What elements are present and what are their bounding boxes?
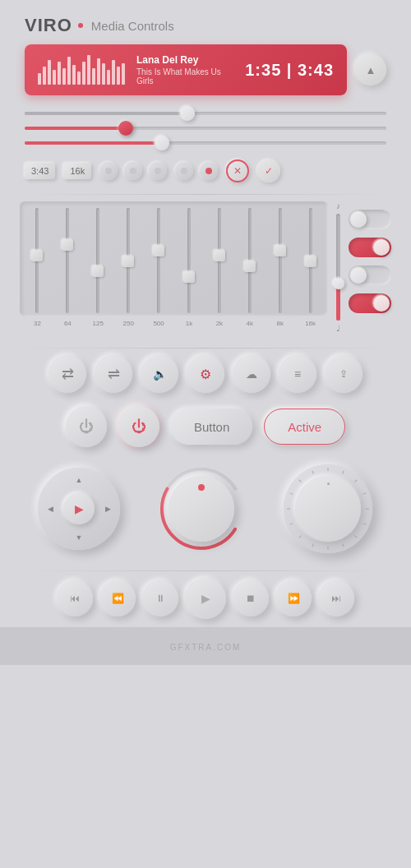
eject-button[interactable]: ▲ <box>355 54 386 85</box>
eq-thumb-9[interactable] <box>275 245 286 256</box>
radio-btn-5-active[interactable] <box>200 162 218 180</box>
big-knob[interactable] <box>283 464 373 554</box>
check-button[interactable]: ✓ <box>257 159 280 182</box>
toggle-knob-2 <box>373 239 390 256</box>
eq-label-8k: 8k <box>267 320 293 327</box>
dpad-left-button[interactable]: ◀ <box>42 501 58 517</box>
dpad-right-button[interactable]: ▶ <box>99 501 116 517</box>
arc-knob[interactable] <box>156 464 247 554</box>
eq-thumb-3[interactable] <box>92 265 104 277</box>
eq-label-16k: 16k <box>298 320 323 327</box>
equalizer-icon: ≡ <box>294 367 301 381</box>
shuffle-icon: ⇄ <box>62 365 74 383</box>
fast-forward-button[interactable]: ⏩ <box>275 580 312 616</box>
eq-thumb-8[interactable] <box>244 261 256 272</box>
action-buttons-row: ⇄ ⇌ 🔈 ⚙ ☁ ≡ ⇪ <box>0 355 411 393</box>
eq-label-2k: 2k <box>206 320 232 327</box>
bitrate-display: 16k <box>63 163 91 179</box>
svg-line-17 <box>312 471 314 474</box>
waveform-bar <box>48 60 51 85</box>
eq-col-4 <box>116 208 141 313</box>
dpad-down-button[interactable]: ▼ <box>71 529 87 546</box>
close-button[interactable]: ✕ <box>226 159 249 182</box>
now-playing-section: Lana Del Rey This Is What Makes Us Girls… <box>0 44 411 95</box>
svg-line-15 <box>290 493 293 495</box>
eq-thumb-4[interactable] <box>122 256 134 267</box>
eq-sliders <box>20 201 328 316</box>
volume-icon: ♪ <box>336 201 340 210</box>
svg-line-11 <box>312 543 314 547</box>
repeat-button[interactable]: ⇌ <box>95 355 132 393</box>
toggle-3[interactable] <box>349 265 391 285</box>
dpad-center-button[interactable]: ▶ <box>63 493 95 524</box>
dpad: ▲ ▼ ◀ ▶ ▶ <box>38 468 120 550</box>
arc-knob-dot <box>198 484 205 491</box>
settings-button[interactable]: ⚙ <box>187 355 224 393</box>
svg-line-3 <box>343 471 344 474</box>
eq-thumb-10[interactable] <box>305 256 316 267</box>
volume-button[interactable]: 🔈 <box>141 355 178 393</box>
pba-row: ⏻ ⏻ Button Active <box>0 406 411 447</box>
power-button-off[interactable]: ⏻ <box>66 406 107 447</box>
arc-knob-body <box>169 476 234 542</box>
toggle-2[interactable] <box>349 238 391 257</box>
share-button[interactable]: ⇪ <box>325 355 363 393</box>
divider-1 <box>20 194 391 195</box>
header: VIRO Media Controls <box>0 0 411 44</box>
volume-section: ♪ ♩ <box>336 201 340 333</box>
active-button[interactable]: Active <box>264 409 345 445</box>
svg-line-13 <box>290 524 293 525</box>
toggle-1[interactable] <box>349 210 391 229</box>
cloud-button[interactable]: ☁ <box>233 355 270 393</box>
eq-label-125: 125 <box>85 320 111 327</box>
volume-thumb[interactable] <box>333 278 344 289</box>
eq-thumb-1[interactable] <box>31 250 43 261</box>
play-button[interactable]: ▶ <box>185 578 226 619</box>
rewind-button[interactable]: ⏪ <box>99 580 136 616</box>
skip-back-button[interactable]: ⏮ <box>57 580 93 616</box>
waveform-bar <box>107 70 110 85</box>
radio-group-2 <box>175 162 218 180</box>
svg-line-8 <box>355 536 358 538</box>
toggle-knob-4 <box>373 295 390 312</box>
sliders-section <box>0 112 411 145</box>
slider-thumb-2[interactable] <box>118 121 133 136</box>
toggle-4[interactable] <box>349 293 391 313</box>
radio-btn-4[interactable] <box>175 162 193 180</box>
eq-thumb-7[interactable] <box>214 250 225 261</box>
eq-thumb-2[interactable] <box>62 239 73 251</box>
eq-label-32: 32 <box>25 320 50 327</box>
slider-thumb-3[interactable] <box>155 136 169 150</box>
waveform-bar <box>38 73 41 85</box>
radio-btn-3[interactable] <box>149 162 167 180</box>
slider-thumb-1[interactable] <box>180 106 195 121</box>
stop-button[interactable]: ⏹ <box>233 580 269 616</box>
power-button-on[interactable]: ⏻ <box>118 406 159 447</box>
pause-button[interactable]: ⏸ <box>142 580 178 616</box>
skip-back-icon: ⏮ <box>70 593 80 604</box>
radio-btn-1[interactable] <box>99 162 118 180</box>
radio-btn-2[interactable] <box>124 162 142 180</box>
power-on-icon: ⏻ <box>132 418 146 436</box>
shuffle-button[interactable]: ⇄ <box>48 355 86 393</box>
svg-line-16 <box>299 480 302 482</box>
eq-thumb-5[interactable] <box>153 245 164 256</box>
logo-text: VIRO <box>25 15 72 36</box>
dpad-up-button[interactable]: ▲ <box>71 472 87 488</box>
waveform-bar <box>112 60 115 85</box>
big-knob-body <box>295 476 361 542</box>
track-info: Lana Del Rey This Is What Makes Us Girls <box>136 54 233 85</box>
repeat-icon: ⇌ <box>108 365 120 383</box>
skip-forward-button[interactable]: ⏭ <box>318 580 354 616</box>
waveform-bar <box>72 65 76 85</box>
waveform-bar <box>43 67 46 85</box>
play-icon: ▶ <box>201 592 210 605</box>
eq-thumb-6[interactable] <box>183 271 195 283</box>
pause-icon: ⏸ <box>155 593 165 604</box>
generic-button[interactable]: Button <box>171 409 252 445</box>
equalizer-button[interactable]: ≡ <box>279 355 316 393</box>
waveform-bar <box>58 62 61 85</box>
waveform-bar <box>97 58 100 85</box>
play-icon: ▶ <box>75 502 84 515</box>
waveform-bar <box>82 62 85 85</box>
